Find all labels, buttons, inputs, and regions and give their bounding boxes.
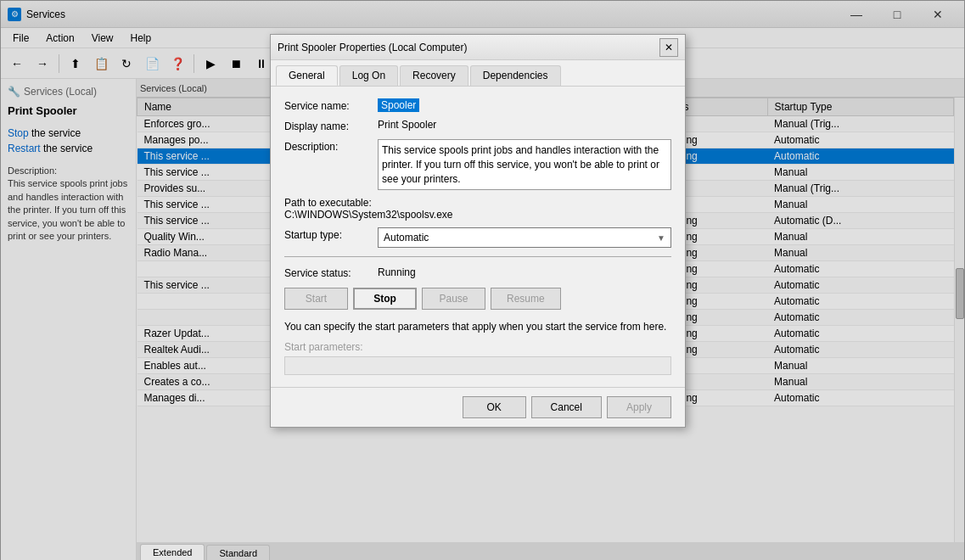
service-status-value: Running <box>378 266 671 278</box>
dialog-tabs: General Log On Recovery Dependencies <box>271 60 685 87</box>
display-name-value: Print Spooler <box>378 119 671 131</box>
start-button[interactable]: Start <box>284 288 348 310</box>
separator <box>284 256 671 257</box>
startup-type-label: Startup type: <box>284 227 378 241</box>
service-status-row: Service status: Running <box>284 266 671 279</box>
dialog-tab-general[interactable]: General <box>276 65 338 86</box>
startup-type-value: Automatic <box>384 232 429 244</box>
service-name-label: Service name: <box>284 98 378 112</box>
path-label: Path to executable: <box>284 197 671 209</box>
start-params-input[interactable] <box>284 356 671 375</box>
display-name-label: Display name: <box>284 119 378 132</box>
startup-type-dropdown[interactable]: Automatic ▼ <box>378 227 671 248</box>
description-value: This service spools print jobs and handl… <box>382 144 659 185</box>
dialog-close-button[interactable]: ✕ <box>659 38 678 57</box>
dialog-title-bar: Print Spooler Properties (Local Computer… <box>271 35 685 60</box>
service-name-selected: Spooler <box>378 98 419 112</box>
info-text: You can specify the start parameters tha… <box>284 320 671 334</box>
apply-button[interactable]: Apply <box>607 396 671 418</box>
dialog-footer: OK Cancel Apply <box>271 387 685 427</box>
dialog-tab-logon[interactable]: Log On <box>339 65 398 86</box>
start-params-label: Start parameters: <box>284 341 671 353</box>
dropdown-arrow-icon: ▼ <box>657 233 665 243</box>
description-label: Description: <box>284 139 378 153</box>
ok-button[interactable]: OK <box>463 396 526 418</box>
stop-button[interactable]: Stop <box>353 288 417 310</box>
service-name-row: Service name: Spooler <box>284 98 671 112</box>
resume-button[interactable]: Resume <box>491 288 561 310</box>
description-row: Description: This service spools print j… <box>284 139 671 190</box>
startup-type-row: Startup type: Automatic ▼ <box>284 227 671 248</box>
dialog-content: Service name: Spooler Display name: Prin… <box>271 87 685 387</box>
dialog-title: Print Spooler Properties (Local Computer… <box>278 42 659 53</box>
pause-button[interactable]: Pause <box>422 288 485 310</box>
service-name-value: Spooler <box>378 98 671 112</box>
status-buttons-row: Start Stop Pause Resume <box>284 288 671 310</box>
dialog-tab-dependencies[interactable]: Dependencies <box>470 65 561 86</box>
path-value: C:\WINDOWS\System32\spoolsv.exe <box>284 209 671 221</box>
description-box: This service spools print jobs and handl… <box>378 139 671 190</box>
cancel-button[interactable]: Cancel <box>531 396 602 418</box>
display-name-row: Display name: Print Spooler <box>284 119 671 132</box>
properties-dialog: Print Spooler Properties (Local Computer… <box>270 34 686 428</box>
dialog-tab-recovery[interactable]: Recovery <box>400 65 468 86</box>
path-section: Path to executable: C:\WINDOWS\System32\… <box>284 197 671 221</box>
service-status-label: Service status: <box>284 266 378 279</box>
